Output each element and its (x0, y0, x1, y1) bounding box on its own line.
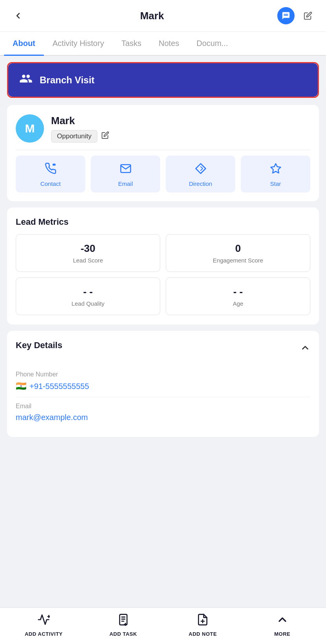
opportunity-badge: Opportunity (51, 130, 97, 143)
content-area: Branch Visit M Mark Opportunity (0, 56, 326, 489)
phone-value[interactable]: 🇮🇳 +91-5555555555 (16, 381, 310, 391)
branch-visit-icon (19, 72, 33, 88)
profile-tag: Opportunity (51, 130, 109, 143)
contact-button[interactable]: Contact (16, 156, 85, 193)
tab-bar: About Activity History Tasks Notes Docum… (0, 32, 326, 56)
metric-lead-score: -30 Lead Score (16, 234, 160, 272)
lead-metrics-card: Lead Metrics -30 Lead Score 0 Engagement… (7, 207, 319, 325)
india-flag-icon: 🇮🇳 (16, 381, 26, 391)
lead-score-value: -30 (81, 242, 95, 255)
age-value: - - (233, 286, 243, 298)
engagement-score-value: 0 (235, 242, 241, 255)
direction-icon (195, 163, 207, 177)
metric-age: - - Age (166, 277, 310, 315)
profile-top: M Mark Opportunity (16, 114, 310, 143)
add-task-icon (117, 613, 130, 629)
svg-marker-2 (271, 164, 280, 173)
add-note-label: ADD NOTE (189, 631, 217, 637)
lead-metrics-title: Lead Metrics (16, 217, 310, 227)
profile-divider (16, 150, 310, 150)
back-button[interactable] (9, 7, 27, 24)
more-nav[interactable]: MORE (243, 613, 322, 637)
direction-button[interactable]: Direction (166, 156, 235, 193)
email-label: Email (118, 180, 133, 187)
add-activity-icon (37, 613, 50, 629)
branch-visit-button[interactable]: Branch Visit (8, 63, 318, 97)
email-icon (120, 163, 132, 177)
add-task-nav[interactable]: ADD TASK (84, 613, 163, 637)
profile-edit-icon[interactable] (101, 131, 109, 141)
email-button[interactable]: Email (91, 156, 160, 193)
avatar: M (16, 114, 44, 143)
branch-visit-label: Branch Visit (40, 75, 95, 86)
edit-button[interactable] (299, 7, 317, 24)
tab-notes[interactable]: Notes (150, 32, 188, 55)
add-note-icon (196, 613, 209, 629)
add-task-label: ADD TASK (110, 631, 137, 637)
more-label: MORE (274, 631, 290, 637)
tab-activity-history[interactable]: Activity History (44, 32, 113, 55)
profile-name: Mark (51, 115, 109, 127)
star-button[interactable]: Star (241, 156, 310, 193)
metric-lead-quality: - - Lead Quality (16, 277, 160, 315)
direction-label: Direction (189, 180, 212, 187)
add-note-nav[interactable]: ADD NOTE (163, 613, 243, 637)
phone-label: Phone Number (16, 371, 310, 378)
email-field-label: Email (16, 403, 310, 410)
chevron-up-icon[interactable] (300, 343, 310, 355)
star-label: Star (270, 180, 281, 187)
email-detail-row: Email mark@example.com (16, 397, 310, 427)
more-icon (276, 613, 289, 629)
branch-visit-wrapper: Branch Visit (7, 62, 319, 98)
lead-score-label: Lead Score (73, 257, 103, 264)
header: Mark (0, 0, 326, 32)
tab-tasks[interactable]: Tasks (113, 32, 150, 55)
lead-quality-label: Lead Quality (71, 300, 104, 307)
engagement-score-label: Engagement Score (213, 257, 263, 264)
add-activity-nav[interactable]: ADD ACTIVITY (4, 613, 84, 637)
tab-about[interactable]: About (4, 32, 44, 55)
chat-button[interactable] (277, 7, 295, 24)
key-details-header: Key Details (16, 340, 310, 358)
metric-engagement-score: 0 Engagement Score (166, 234, 310, 272)
tab-documents[interactable]: Docum... (188, 32, 236, 55)
age-label: Age (233, 300, 244, 307)
svg-rect-0 (53, 164, 56, 166)
contact-icon (45, 163, 57, 177)
key-details-title: Key Details (16, 340, 62, 350)
page-title: Mark (27, 10, 277, 22)
svg-marker-1 (196, 164, 205, 174)
lead-quality-value: - - (83, 286, 93, 298)
profile-card: M Mark Opportunity (7, 105, 319, 201)
profile-info: Mark Opportunity (51, 115, 109, 143)
add-activity-label: ADD ACTIVITY (25, 631, 63, 637)
action-row: Contact Email Directio (16, 156, 310, 193)
phone-detail-row: Phone Number 🇮🇳 +91-5555555555 (16, 365, 310, 397)
star-icon (270, 163, 282, 177)
email-field-value[interactable]: mark@example.com (16, 413, 310, 422)
key-details-card: Key Details Phone Number 🇮🇳 +91-55555555… (7, 331, 319, 437)
bottom-nav: ADD ACTIVITY ADD TASK ADD NOTE (0, 607, 326, 644)
contact-label: Contact (40, 180, 61, 187)
metrics-grid: -30 Lead Score 0 Engagement Score - - Le… (16, 234, 310, 315)
